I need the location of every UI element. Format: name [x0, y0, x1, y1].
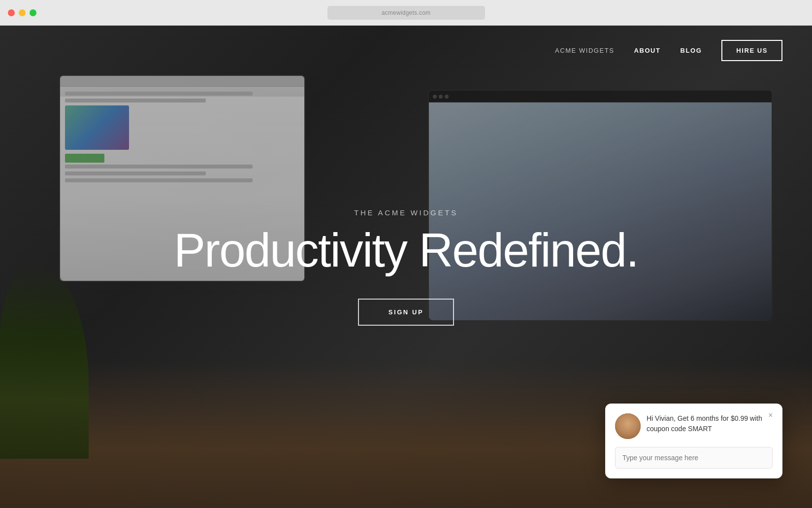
- address-bar[interactable]: acmewidgets.com: [327, 6, 485, 20]
- chat-input[interactable]: [615, 447, 773, 469]
- hero-title: Productivity Redefined.: [10, 227, 802, 274]
- chat-message: Hi Vivian, Get 6 months for $0.99 with c…: [647, 413, 773, 434]
- address-bar-text: acmewidgets.com: [382, 9, 431, 16]
- nav-acme-widgets[interactable]: ACME WIDGETS: [555, 47, 615, 54]
- close-window-button[interactable]: [8, 9, 15, 16]
- minimize-window-button[interactable]: [19, 9, 26, 16]
- nav-about[interactable]: ABOUT: [634, 47, 661, 54]
- hero-section: ACME WIDGETS ABOUT BLOG HIRE US THE ACME…: [0, 26, 812, 508]
- hire-us-button[interactable]: HIRE US: [721, 40, 782, 61]
- maximize-window-button[interactable]: [30, 9, 36, 16]
- monitor-right-bar: [429, 91, 772, 102]
- chat-popup-header: Hi Vivian, Get 6 months for $0.99 with c…: [615, 413, 773, 439]
- sign-up-button[interactable]: SIGN UP: [358, 299, 455, 326]
- avatar: [615, 413, 641, 439]
- hero-subtitle: THE ACME WIDGETS: [10, 208, 802, 217]
- mac-window-controls: [8, 9, 36, 16]
- hero-content: THE ACME WIDGETS Productivity Redefined.…: [0, 208, 812, 326]
- mac-titlebar: acmewidgets.com: [0, 0, 812, 26]
- navigation: ACME WIDGETS ABOUT BLOG HIRE US: [0, 26, 812, 75]
- nav-blog[interactable]: BLOG: [681, 47, 702, 54]
- close-icon[interactable]: ×: [766, 410, 776, 420]
- chat-popup: Hi Vivian, Get 6 months for $0.99 with c…: [605, 404, 782, 478]
